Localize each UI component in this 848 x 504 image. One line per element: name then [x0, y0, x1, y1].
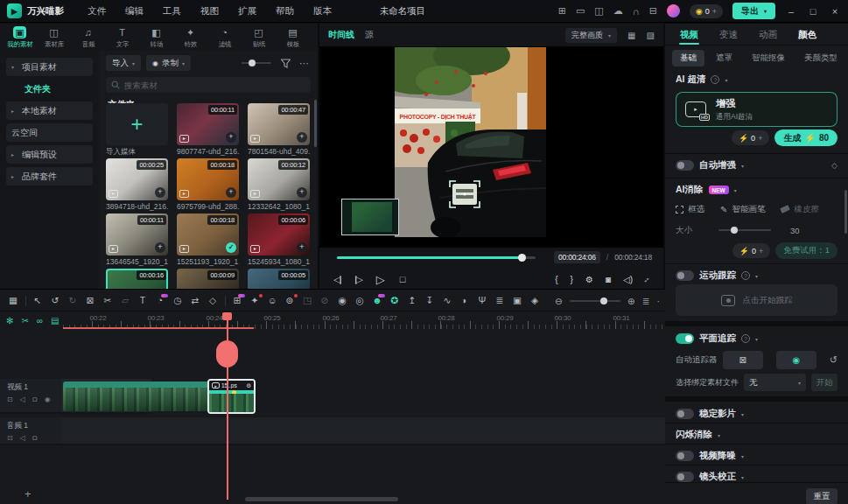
speech-to-text-icon[interactable]: ∿	[438, 295, 456, 305]
scopes-icon[interactable]: ▨	[647, 31, 655, 40]
split-at-playhead-button[interactable]	[216, 340, 238, 368]
bind-media-dropdown[interactable]: 无 ▾	[744, 374, 806, 391]
media-tile[interactable]: 00:00:25 ▸ + 3894718-uhd_216...	[106, 158, 168, 213]
zoom-out-icon[interactable]: ⊖	[555, 296, 563, 306]
export-button[interactable]: 导出 ▾	[732, 3, 775, 19]
add-to-timeline-button[interactable]: +	[226, 132, 236, 143]
magnet-track-icon[interactable]: Ω	[32, 396, 38, 403]
more-options-icon[interactable]: ⋯	[299, 58, 309, 69]
auto-ripple-icon[interactable]: ∞	[37, 316, 43, 326]
text-tool-icon[interactable]: T	[134, 295, 151, 305]
media-tile[interactable]: 00:00:18 ▸ ✓ 15251193_1920_1...	[177, 214, 239, 268]
timeline-ruler[interactable]: ✻✂∞▤ 00:2200:2300:2400:2500:2600:2700:28…	[0, 312, 665, 332]
ai-credits-pill[interactable]: ⚡ 0 +	[732, 130, 770, 145]
props-subtab-mask[interactable]: 遮罩	[708, 50, 740, 66]
transition-icon[interactable]: ⇄	[186, 295, 204, 305]
motion-track-icon[interactable]: ⊚	[281, 295, 298, 305]
timeline-zoom-slider[interactable]	[570, 300, 620, 302]
split-icon[interactable]: ✂	[99, 295, 116, 305]
mute-track-icon[interactable]: ◁	[20, 396, 25, 403]
sidebar-brand-kit[interactable]: ▸ 品牌套件	[6, 167, 93, 186]
preview-tab-timeline[interactable]: 时间线	[328, 29, 354, 41]
menu-tools[interactable]: 工具	[163, 5, 181, 18]
crop-icon[interactable]: ▱	[116, 295, 134, 305]
timeline-horizontal-scrollbar[interactable]	[245, 497, 398, 501]
tab-transitions[interactable]: ◧ 转场	[139, 25, 173, 49]
help-icon[interactable]: ?	[741, 271, 750, 280]
undo-icon[interactable]: ↺	[46, 295, 64, 305]
timeline-more-icon[interactable]: ·	[657, 296, 661, 306]
ai-avatar-icon[interactable]: ☻	[368, 295, 386, 305]
tab-templates[interactable]: ▤ 模板	[276, 25, 310, 49]
record-button[interactable]: ◉ 录制 ▾	[146, 55, 191, 71]
box-select-option[interactable]: 框选	[676, 204, 704, 215]
help-icon[interactable]: ?	[741, 334, 750, 343]
playback-progress-bar[interactable]	[337, 256, 536, 259]
tab-stock-media[interactable]: ◫ 素材库	[37, 25, 71, 49]
menu-extensions[interactable]: 扩展	[238, 5, 256, 18]
media-tile[interactable]: 00:00:11 ▸ + 9807747-uhd_216...	[177, 103, 239, 158]
mute-track-icon[interactable]: ◁	[20, 434, 25, 442]
tab-text[interactable]: T 文字	[105, 25, 139, 49]
split-view-icon[interactable]: ▦	[627, 31, 635, 40]
workspace-icon[interactable]: ⊟	[649, 5, 657, 17]
media-tile[interactable]: 00:00:06 ▸ + 15245934_1080_1...	[248, 214, 310, 268]
fullscreen-icon[interactable]: ↕	[642, 274, 652, 284]
tab-my-media[interactable]: ▣ 我的素材	[3, 25, 37, 49]
menu-view[interactable]: 视图	[200, 5, 219, 18]
denoise-toggle[interactable]	[676, 451, 694, 461]
tab-stickers[interactable]: ◰ 贴纸	[242, 25, 276, 49]
snapshot-icon[interactable]: ◙	[606, 275, 611, 284]
lens-correction-toggle[interactable]	[676, 472, 694, 482]
maximize-button[interactable]: □	[807, 6, 819, 17]
lock-track-icon[interactable]: ⊡	[7, 396, 13, 403]
filter-icon[interactable]	[281, 59, 291, 68]
add-to-timeline-button[interactable]: +	[297, 132, 307, 143]
media-tile[interactable]: 00:00:11 ▸ + 13646545_1920_1...	[106, 214, 168, 268]
sidebar-edit-presets[interactable]: ▸ 编辑预设	[6, 145, 93, 164]
sticker-tool-icon[interactable]: ◳	[298, 295, 316, 305]
media-tile[interactable]: 00:00:18 ▸ + 6975799-uhd_288...	[177, 158, 239, 213]
redo-icon[interactable]: ↻	[64, 295, 81, 305]
playhead-pin[interactable]	[222, 312, 232, 320]
ai-tools-icon[interactable]: ◉	[333, 295, 351, 305]
show-tracker-button[interactable]: ◉	[776, 351, 816, 369]
mark-in-button[interactable]: {	[555, 275, 557, 284]
silence-detection-icon[interactable]: ⊘	[316, 295, 333, 305]
screen-record-icon[interactable]: ▣	[508, 295, 526, 305]
media-scrollbar[interactable]	[314, 100, 317, 147]
lock-track-icon[interactable]: ⊡	[7, 434, 13, 442]
sidebar-project-media[interactable]: ▾ 项目素材	[6, 58, 93, 76]
selected-clip-segment[interactable]: ▸ 15..ps ⚙	[207, 379, 256, 414]
face-effects-icon[interactable]: ☺	[263, 295, 281, 305]
props-tab-speed[interactable]: 变速	[710, 24, 747, 46]
slider-thumb[interactable]	[249, 60, 256, 66]
film-roll-icon[interactable]: ▤	[51, 316, 59, 326]
add-credits-icon[interactable]: +	[712, 7, 717, 16]
sidebar-cloud-space[interactable]: 云空间	[6, 123, 93, 142]
sidebar-folder[interactable]: 文件夹	[19, 80, 93, 98]
minimize-button[interactable]: –	[785, 6, 797, 17]
speed-icon[interactable]: ◔	[151, 295, 169, 305]
stabilize-toggle[interactable]	[676, 409, 694, 419]
pip-overlay[interactable]	[341, 199, 399, 235]
credits-pill[interactable]: ◉ 0 +	[690, 4, 723, 18]
menu-help[interactable]: 帮助	[276, 5, 294, 18]
eraser-option[interactable]: 橡皮擦	[781, 204, 819, 215]
audio-mixer-icon[interactable]: ≣	[491, 295, 508, 305]
apps-menu-icon[interactable]: ▦	[4, 295, 22, 305]
keyframe-diamond-icon[interactable]: ◇	[831, 161, 837, 170]
add-track-button[interactable]: +	[25, 487, 32, 500]
save-icon[interactable]: ◫	[594, 5, 603, 17]
delete-tracker-button[interactable]: ⊠	[723, 351, 763, 369]
volume-icon[interactable]: ◁)	[623, 275, 633, 284]
menu-file[interactable]: 文件	[88, 5, 106, 18]
add-to-timeline-button[interactable]: +	[155, 242, 165, 253]
brush-size-slider[interactable]	[718, 229, 771, 231]
marker-icon[interactable]: ◈	[526, 295, 543, 305]
mask-tool-icon[interactable]: ◗	[456, 295, 473, 305]
export-clip-icon[interactable]: ↥	[403, 295, 421, 305]
render-preview-icon[interactable]: ✻	[6, 316, 13, 326]
start-button[interactable]: 开始	[811, 374, 837, 391]
preview-tab-source[interactable]: 源	[365, 29, 374, 41]
